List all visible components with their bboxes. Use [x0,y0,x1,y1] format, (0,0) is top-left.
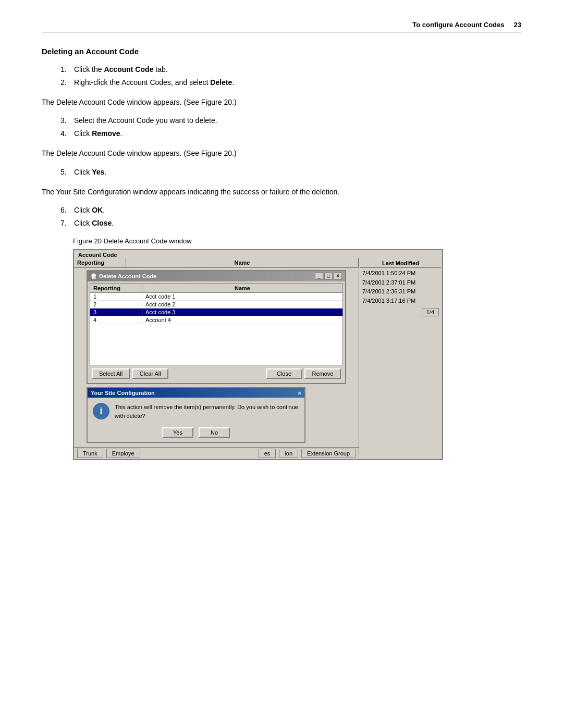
confirm-content: i This action will remove the item(s) pe… [88,398,304,425]
row-reporting: 3 [90,309,142,316]
section-title: Deleting an Account Code [42,47,521,56]
page-header: To configure Account Codes 23 [42,21,521,32]
body-text-2: The Delete Account Code window appears. … [42,147,521,159]
timestamps-panel: Last Modified 7/4/2001 1:50:24 PM 7/4/20… [359,258,442,459]
no-button[interactable]: No [199,427,230,438]
steps-list-3: 5. Click Yes. [42,167,521,178]
outer-col-reporting[interactable]: Reporting [74,258,126,267]
delete-dialog-wrapper: 🗑 Delete Account Code _ □ × [74,268,359,447]
right-buttons: Close Remove [266,368,341,379]
table-row[interactable]: 1 Acct code 1 [90,293,342,301]
trunk-tab[interactable]: Trunk [77,449,103,458]
select-all-button[interactable]: Select All [92,368,130,379]
table-row[interactable]: 4 Account 4 [90,316,342,324]
left-buttons: Select All Clear All [92,368,168,379]
employee-tab[interactable]: Employe [106,449,140,458]
main-area: Reporting Name 🗑 Delete Account Code [74,258,359,459]
info-icon: i [93,403,109,419]
outer-table-area: Reporting Name 🗑 Delete Account Code [74,258,442,459]
steps-list-4: 6. Click OK. 7. Click Close. [42,205,521,229]
del-col-name-header: Name [142,284,342,292]
confirm-message: This action will remove the item(s) perm… [115,403,299,420]
outer-col-name: Name [126,258,359,267]
step-3: 3. Select the Account Code you want to d… [60,115,521,126]
row-reporting: 1 [90,293,142,300]
confirm-dialog-area: Your Site Configuration × i This action … [76,387,357,443]
dialog-buttons: Select All Clear All Close Remove [90,365,343,381]
step-7: 7. Click Close. [60,218,521,229]
close-dialog-button[interactable]: Close [266,368,302,379]
delete-table-body: 1 Acct code 1 2 Acct code 2 3 Acct code … [90,292,343,365]
dialog-icon: 🗑 [91,273,97,280]
step-5: 5. Click Yes. [60,167,521,178]
step-4: 4. Click Remove. [60,128,521,139]
row-name: Acct code 2 [142,301,342,308]
minimize-button[interactable]: _ [315,273,323,280]
last-modified-header: Last Modified [360,259,441,268]
delete-dialog-titlebar: 🗑 Delete Account Code _ □ × [88,271,345,281]
bottom-tabs-area: Trunk Employe es ion Extension Group [74,447,359,459]
del-col-reporting-header: Reporting [90,284,142,292]
steps-list-2: 3. Select the Account Code you want to d… [42,115,521,139]
es-tab[interactable]: es [259,449,276,458]
extension-group-tab[interactable]: Extension Group [301,449,356,458]
pagination-area: 1/4 [360,307,441,317]
timestamp-1: 7/4/2001 1:50:24 PM [362,269,439,278]
yes-button[interactable]: Yes [162,427,193,438]
timestamp-2: 7/4/2001 2:37:01 PM [362,278,439,288]
titlebar-controls: _ □ × [315,273,342,280]
maximize-button[interactable]: □ [324,273,333,280]
figure-label: Figure 20 Delete Account Code window [73,237,521,245]
delete-account-code-dialog: 🗑 Delete Account Code _ □ × [87,270,346,384]
clear-all-button[interactable]: Clear All [132,368,168,379]
account-code-window: Account Code Reporting Name 🗑 [73,249,443,460]
close-button[interactable]: × [334,273,342,280]
page-number: 23 [514,21,521,29]
table-row-selected[interactable]: 3 Acct code 3 [90,309,342,316]
titlebar-left: 🗑 Delete Account Code [91,273,156,280]
timestamps-list: 7/4/2001 1:50:24 PM 7/4/2001 2:37:01 PM … [360,268,441,306]
pagination-box: 1/4 [422,308,439,316]
outer-header-row: Reporting Name [74,258,359,268]
header-title: To configure Account Codes [412,21,504,29]
delete-table-header: Reporting Name [90,283,343,292]
confirm-title: Your Site Configuration [91,390,155,396]
confirm-close-icon[interactable]: × [298,390,301,396]
left-tabs: Trunk Employe [76,449,141,458]
confirm-dialog: Your Site Configuration × i This action … [87,387,305,443]
table-row[interactable]: 2 Acct code 2 [90,301,342,309]
body-text-1: The Delete Account Code window appears. … [42,96,521,108]
step-6: 6. Click OK. [60,205,521,216]
step-1: 1. Click the Account Code tab. [60,64,521,75]
delete-dialog-title: Delete Account Code [99,273,156,279]
row-name: Account 4 [142,316,342,324]
body-text-3: The Your Site Configuration window appea… [42,186,521,198]
page-container: To configure Account Codes 23 Deleting a… [0,0,563,728]
timestamp-4: 7/4/2001 3:17:16 PM [362,297,439,306]
row-reporting: 4 [90,316,142,324]
right-tabs: es ion Extension Group [258,449,357,458]
steps-list-1: 1. Click the Account Code tab. 2. Right-… [42,64,521,88]
confirm-buttons: Yes No [88,425,304,442]
row-reporting: 2 [90,301,142,308]
timestamp-3: 7/4/2001 2:36:31 PM [362,287,439,297]
remove-button[interactable]: Remove [304,368,341,379]
delete-dialog-content: Reporting Name 1 Acct code 1 2 [88,281,345,383]
row-name: Acct code 1 [142,293,342,300]
ion-tab[interactable]: ion [279,449,298,458]
confirm-titlebar: Your Site Configuration × [88,388,304,398]
row-name: Acct code 3 [142,309,342,316]
step-2: 2. Right-click the Account Codes, and se… [60,77,521,88]
account-code-label: Account Code [76,252,440,258]
